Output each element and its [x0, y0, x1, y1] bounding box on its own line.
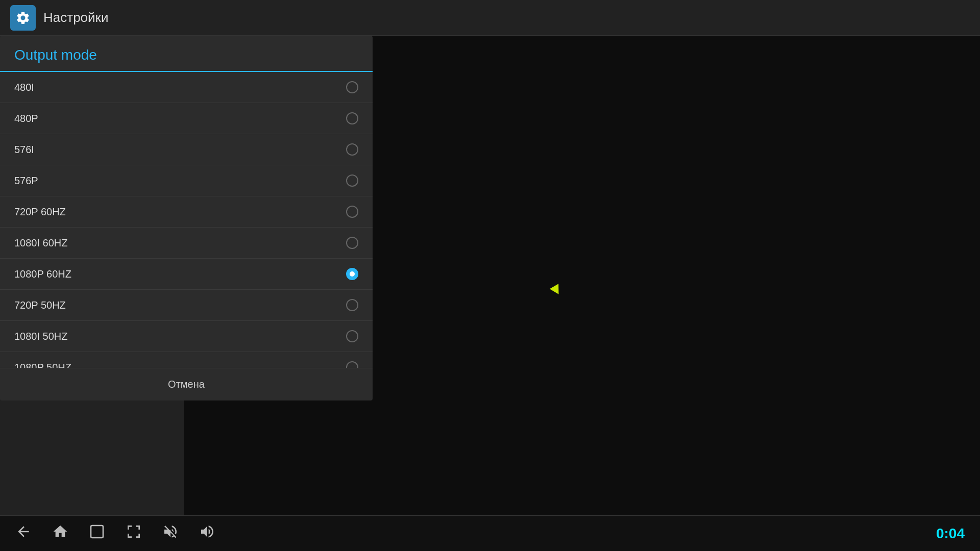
dialog-option-label-576i: 576I — [14, 144, 34, 156]
radio-720p60[interactable] — [346, 206, 358, 218]
radio-480p[interactable] — [346, 112, 358, 124]
dialog-option-label-576p: 576P — [14, 175, 38, 187]
radio-720p50[interactable] — [346, 299, 358, 311]
radio-576p[interactable] — [346, 174, 358, 187]
dialog-title: Output mode — [0, 36, 373, 72]
dialog-option-576i[interactable]: 576I — [0, 134, 373, 165]
dialog-option-720p50[interactable]: 720P 50HZ — [0, 290, 373, 321]
bottom-nav: 0:04 — [0, 515, 980, 551]
header: Настройки — [0, 0, 980, 36]
svg-rect-10 — [91, 525, 103, 538]
radio-576i[interactable] — [346, 143, 358, 156]
cancel-button[interactable]: Отмена — [0, 368, 373, 400]
dialog-option-1080p50[interactable]: 1080P 50HZ — [0, 352, 373, 368]
nav-icons — [15, 523, 215, 543]
content-area: Output mode 480I480P576I576P720P 60HZ108… — [184, 36, 980, 515]
output-mode-dialog: Output mode 480I480P576I576P720P 60HZ108… — [0, 36, 373, 400]
dialog-option-label-720p60: 720P 60HZ — [14, 206, 66, 218]
dialog-option-label-1080i50: 1080I 50HZ — [14, 331, 68, 342]
time-display: 0:04 — [936, 525, 965, 542]
vol-mute-icon[interactable] — [162, 523, 179, 543]
dialog-options-list: 480I480P576I576P720P 60HZ1080I 60HZ1080P… — [0, 72, 373, 368]
dialog-option-label-1080i60: 1080I 60HZ — [14, 237, 68, 249]
dialog-option-480p[interactable]: 480P — [0, 103, 373, 134]
recents-icon[interactable] — [89, 523, 105, 543]
radio-1080p60[interactable] — [346, 268, 358, 280]
radio-480i[interactable] — [346, 81, 358, 93]
page-title: Настройки — [43, 10, 109, 26]
radio-1080p50[interactable] — [346, 361, 358, 368]
fullscreen-icon[interactable] — [126, 523, 142, 543]
dialog-option-1080p60[interactable]: 1080P 60HZ — [0, 259, 373, 290]
dialog-option-label-1080p60: 1080P 60HZ — [14, 268, 71, 280]
dialog-option-label-480p: 480P — [14, 113, 38, 124]
back-icon[interactable] — [15, 523, 32, 543]
dialog-option-720p60[interactable]: 720P 60HZ — [0, 196, 373, 228]
dialog-option-576p[interactable]: 576P — [0, 165, 373, 196]
home-icon[interactable] — [52, 523, 68, 543]
dialog-option-1080i50[interactable]: 1080I 50HZ — [0, 321, 373, 352]
vol-up-icon[interactable] — [199, 523, 215, 543]
dialog-option-480i[interactable]: 480I — [0, 72, 373, 103]
dialog-option-1080i60[interactable]: 1080I 60HZ — [0, 228, 373, 259]
dialog-option-label-480i: 480I — [14, 82, 34, 93]
main-layout: БЕСПРОВОДНЫЕ СЕТИ Wi-Fi — [0, 36, 980, 515]
radio-1080i50[interactable] — [346, 330, 358, 342]
dialog-option-label-1080p50: 1080P 50HZ — [14, 362, 71, 368]
radio-1080i60[interactable] — [346, 237, 358, 249]
settings-icon — [10, 5, 36, 31]
dialog-option-label-720p50: 720P 50HZ — [14, 299, 66, 311]
